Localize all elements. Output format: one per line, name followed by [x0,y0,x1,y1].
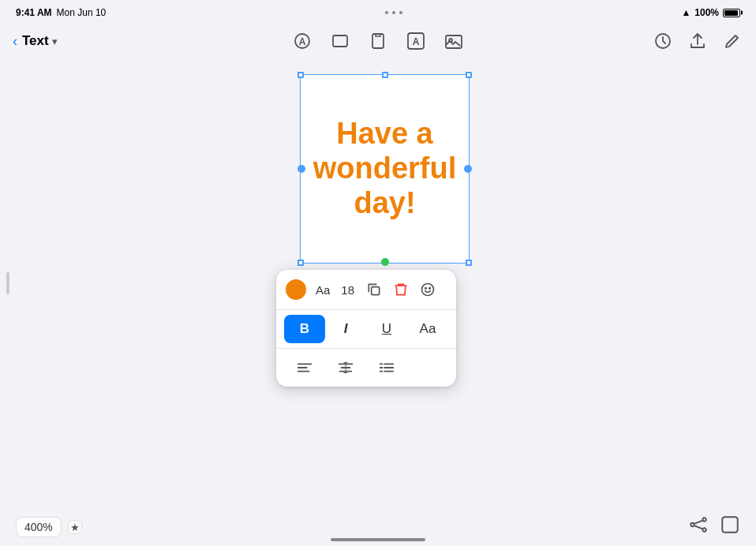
star-button[interactable]: ★ [68,520,82,534]
svg-text:A: A [413,36,420,47]
align-left-button[interactable] [284,353,325,382]
photo-icon[interactable] [443,30,465,52]
italic-label: I [344,321,348,337]
font-label: Aa [316,283,330,297]
zoom-level[interactable]: 400% [16,517,62,537]
svg-line-31 [694,521,703,524]
resize-handle-br[interactable] [466,260,472,266]
float-toolbar: Aa 18 [276,270,456,387]
clipboard-icon[interactable] [367,30,389,52]
status-left: 9:41 AM Mon Jun 10 [16,7,106,18]
shapes-icon[interactable] [329,30,351,52]
battery-icon [723,9,740,17]
bold-label: B [300,321,309,337]
svg-point-30 [702,528,705,531]
font-case-button[interactable]: Aa [407,315,448,343]
diagram-icon[interactable] [688,514,709,540]
copy-button[interactable] [361,276,387,303]
share-icon[interactable] [687,30,709,52]
resize-handle-tr[interactable] [466,72,472,78]
resize-handle-tc[interactable] [382,72,388,78]
underline-button[interactable]: U [366,315,407,343]
annotate-icon[interactable]: A [291,30,313,52]
align-center-button[interactable] [325,353,366,382]
float-toolbar-row1: Aa 18 [276,270,456,310]
font-size-value: 18 [341,283,354,297]
float-toolbar-row2: B I U Aa [276,310,456,349]
status-right: ▲ 100% [681,7,740,18]
title-group[interactable]: Text ▾ [22,33,58,49]
status-bar: 9:41 AM Mon Jun 10 ▲ 100% [0,0,756,24]
svg-point-10 [422,284,434,296]
resize-handle-bl[interactable] [298,260,304,266]
star-icon: ★ [70,522,80,533]
back-button[interactable]: ‹ [13,33,17,50]
side-handle[interactable] [6,272,9,294]
color-dot-button[interactable] [286,279,306,300]
edit-icon[interactable] [721,30,743,52]
main-toolbar: ‹ Text ▾ A A [0,24,756,58]
resize-handle-mr[interactable] [464,165,472,173]
svg-text:A: A [299,36,306,47]
zoom-value: 400% [24,521,53,533]
delete-button[interactable] [387,276,414,303]
smiley-button[interactable] [414,276,441,303]
svg-point-11 [425,288,427,290]
text-tool-icon[interactable]: A [405,30,427,52]
align-list-button[interactable] [366,353,407,382]
text-box[interactable]: Have a wonderful day! [300,74,470,264]
text-box-container: Have a wonderful day! [300,74,470,264]
svg-rect-2 [333,36,347,47]
font-size-button[interactable]: 18 [335,280,361,300]
resize-handle-tl[interactable] [298,72,304,78]
svg-point-28 [691,523,694,526]
resize-handle-bc[interactable] [381,258,389,266]
font-case-label: Aa [420,321,436,337]
battery-percent: 100% [694,7,719,18]
toolbar-left: ‹ Text ▾ [13,33,196,50]
status-day: Mon Jun 10 [57,7,107,18]
canvas-area: Have a wonderful day! Aa 18 [0,58,756,508]
home-indicator [331,538,425,541]
svg-point-12 [429,288,431,290]
status-time: 9:41 AM [16,7,52,18]
page-title: Text [22,33,49,49]
toolbar-center: A A [196,30,561,52]
svg-line-32 [694,525,703,529]
svg-rect-9 [372,287,380,295]
toolbar-right [561,30,744,52]
float-toolbar-row3 [276,349,456,387]
clock-icon[interactable] [652,30,674,52]
font-button[interactable]: Aa [311,280,335,300]
wifi-icon: ▲ [681,7,691,18]
title-chevron-icon: ▾ [52,36,58,47]
resize-handle-ml[interactable] [298,165,305,173]
bottom-right [688,514,740,540]
bold-button[interactable]: B [284,315,325,343]
svg-point-29 [702,518,705,521]
italic-button[interactable]: I [325,315,366,343]
frame-icon[interactable] [720,514,740,540]
status-dots [385,11,402,14]
back-chevron-icon: ‹ [13,33,17,50]
svg-rect-33 [722,517,738,533]
text-box-content[interactable]: Have a wonderful day! [312,117,458,220]
underline-label: U [382,321,391,337]
